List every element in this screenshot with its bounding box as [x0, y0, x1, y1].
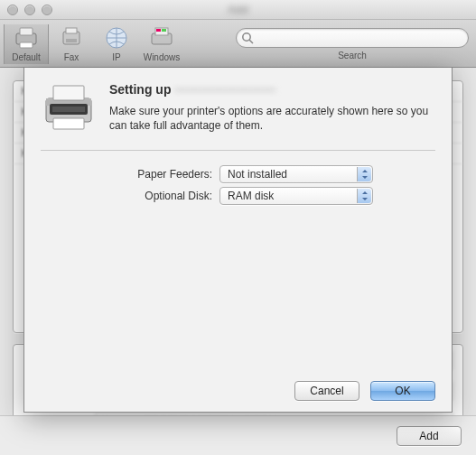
optional-disk-value: RAM disk [228, 190, 274, 202]
printer-large-icon [41, 82, 98, 135]
cancel-button[interactable]: Cancel [294, 381, 359, 401]
search-wrap: Search [236, 28, 469, 60]
toolbar-fax[interactable]: Fax [49, 24, 94, 64]
toolbar-default-label: Default [12, 52, 41, 62]
ok-button[interactable]: OK [370, 381, 435, 401]
paper-feeders-value: Not installed [228, 168, 287, 181]
sheet-heading-prefix: Setting up [109, 82, 174, 97]
svg-rect-18 [52, 107, 85, 112]
toolbar-windows-label: Windows [144, 52, 181, 62]
toolbar-windows[interactable]: Windows [139, 24, 184, 64]
svg-rect-9 [156, 29, 161, 32]
popup-arrows-icon [357, 189, 371, 203]
search-label: Search [338, 51, 367, 60]
sheet-heading: Setting up ———————— [109, 82, 435, 97]
toolbar-default[interactable]: Default [4, 24, 49, 64]
svg-rect-4 [66, 28, 77, 33]
svg-rect-10 [162, 29, 166, 32]
svg-line-12 [249, 40, 253, 43]
popup-arrows-icon [357, 167, 371, 181]
sheet-description: Make sure your printer's options are acc… [109, 104, 435, 133]
svg-point-11 [243, 33, 250, 41]
paper-feeders-popup[interactable]: Not installed [219, 165, 373, 183]
windows-printer-icon [147, 24, 176, 51]
svg-rect-16 [53, 118, 84, 129]
sheet-heading-obscured: ———————— [174, 82, 275, 97]
svg-rect-1 [20, 28, 33, 35]
toolbar: Default Fax IP [0, 20, 476, 68]
printer-icon [12, 24, 41, 51]
main-well: K K K K Name:Kyocera ECOSYS M3560idn Loc… [0, 68, 476, 455]
optional-disk-label: Optional Disk: [41, 190, 212, 202]
globe-icon [102, 24, 131, 51]
search-icon [241, 32, 254, 44]
svg-rect-5 [66, 39, 77, 42]
svg-rect-15 [53, 86, 84, 100]
search-input[interactable] [236, 28, 469, 48]
fax-icon [57, 24, 86, 51]
toolbar-ip-label: IP [112, 52, 120, 62]
titlebar: Add [0, 0, 476, 20]
paper-feeders-label: Paper Feeders: [41, 168, 212, 181]
modal-sheet: Setting up ———————— Make sure your print… [23, 68, 453, 413]
svg-rect-2 [20, 42, 33, 48]
window-title: Add [0, 3, 476, 16]
optional-disk-popup[interactable]: RAM disk [219, 187, 373, 205]
toolbar-fax-label: Fax [64, 52, 79, 62]
toolbar-ip[interactable]: IP [94, 24, 139, 64]
